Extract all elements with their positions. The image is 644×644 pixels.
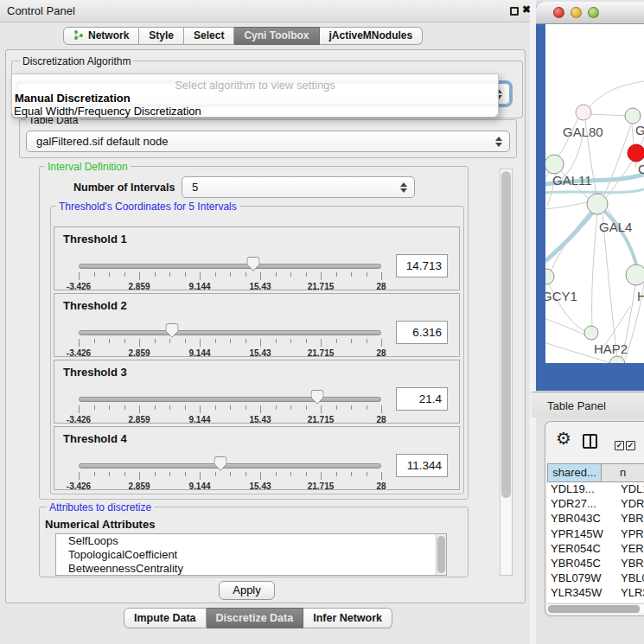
checkbox-icon[interactable]: ✓ xyxy=(615,441,624,450)
cell-name[interactable]: YPR1 xyxy=(613,527,644,542)
panel-vertical-scrollbar[interactable] xyxy=(500,169,513,576)
scrollbar-thumb[interactable] xyxy=(501,171,511,498)
numerical-attributes-list[interactable]: SelfLoopsTopologicalCoefficientBetweenne… xyxy=(55,533,447,576)
slider-track[interactable] xyxy=(79,397,381,402)
table-horizontal-scrollbar[interactable] xyxy=(547,603,644,613)
cell-shared-name[interactable]: YDR27... xyxy=(547,497,613,512)
checkbox-icon[interactable]: ✓ xyxy=(626,441,635,450)
threshold-2-slider[interactable]: -3.4262.8599.14415.4321.71528 xyxy=(79,318,381,358)
network-node[interactable] xyxy=(587,194,608,214)
network-node[interactable] xyxy=(609,356,625,363)
table-row[interactable]: YDR27...YDR2 xyxy=(547,497,644,512)
tab-network[interactable]: Network xyxy=(63,27,139,45)
float-window-icon[interactable] xyxy=(510,7,519,16)
tab-cyni-toolbox[interactable]: Cyni Toolbox xyxy=(234,27,319,45)
table-row[interactable]: YER054CYER0 xyxy=(547,542,644,557)
network-node[interactable] xyxy=(576,105,591,120)
cell-name[interactable]: YLR3 xyxy=(613,586,644,601)
network-node[interactable] xyxy=(584,326,598,340)
table-row[interactable]: YPR145WYPR1 xyxy=(547,527,644,542)
threshold-4-value-field[interactable]: 11.344 xyxy=(396,454,448,477)
attribute-list-item[interactable]: SelfLoops xyxy=(56,534,446,548)
cell-shared-name[interactable]: YBL079W xyxy=(547,571,613,586)
network-canvas[interactable]: GAL80GCGAL11GAL4GCY1HHAP2 xyxy=(545,24,644,363)
table-row[interactable]: YIL052CYIL0 xyxy=(547,602,644,603)
number-of-intervals-combobox[interactable]: 5 xyxy=(182,176,415,198)
slider-thumb[interactable] xyxy=(311,390,324,407)
network-edge xyxy=(545,202,587,209)
slider-tick xyxy=(200,339,201,347)
network-node[interactable] xyxy=(625,108,641,124)
panel-splitter[interactable] xyxy=(530,0,536,644)
slider-ticks xyxy=(79,339,381,348)
cell-name[interactable]: YDL1 xyxy=(613,482,644,497)
tab-impute-data-label: Impute Data xyxy=(134,612,196,624)
threshold-4-slider[interactable]: -3.4262.8599.14415.4321.71528 xyxy=(79,451,381,491)
cell-shared-name[interactable]: YPR145W xyxy=(547,527,613,542)
tab-discretize-data[interactable]: Discretize Data xyxy=(207,608,304,628)
slider-tick xyxy=(169,405,170,410)
network-node[interactable] xyxy=(626,265,644,285)
network-node[interactable] xyxy=(628,144,644,162)
popup-option-equal-width-frequency[interactable]: Equal Width/Frequency Discretization xyxy=(14,105,201,118)
column-header-shared-name[interactable]: shared... xyxy=(547,463,602,482)
slider-tick xyxy=(351,472,352,476)
zoom-traffic-light-icon[interactable] xyxy=(588,7,599,18)
minimize-traffic-light-icon[interactable] xyxy=(571,7,582,18)
threshold-2-value-field[interactable]: 6.316 xyxy=(396,321,448,344)
slider-track[interactable] xyxy=(79,463,381,469)
threshold-1-slider[interactable]: -3.4262.8599.14415.4321.71528 xyxy=(79,252,381,291)
threshold-3-value-field[interactable]: 21.4 xyxy=(396,387,448,411)
table-row[interactable]: YBL079WYBL0 xyxy=(547,571,644,586)
slider-thumb[interactable] xyxy=(166,323,179,341)
column-layout-icon[interactable] xyxy=(583,434,597,449)
table-row[interactable]: YDL19...YDL1 xyxy=(547,482,644,497)
cell-shared-name[interactable]: YLR345W xyxy=(547,586,613,601)
cell-name[interactable]: YBL0 xyxy=(613,571,644,586)
slider-tick xyxy=(94,339,95,343)
gear-icon[interactable]: ⚙ xyxy=(556,429,571,448)
column-header-name[interactable]: n xyxy=(602,463,644,482)
cell-shared-name[interactable]: YER054C xyxy=(547,542,613,557)
tab-style[interactable]: Style xyxy=(139,27,184,45)
network-graph: GAL80GCGAL11GAL4GCY1HHAP2 xyxy=(545,24,644,363)
table-row[interactable]: YLR345WYLR3 xyxy=(547,586,644,601)
cell-shared-name[interactable]: YBR043C xyxy=(547,512,613,526)
threshold-3-slider[interactable]: -3.4262.8599.14415.4321.71528 xyxy=(79,385,381,424)
apply-button[interactable]: Apply xyxy=(219,581,275,600)
table-data-combobox[interactable]: galFiltered.sif default node xyxy=(26,131,510,152)
cell-name[interactable]: YDR2 xyxy=(613,497,644,512)
cell-name[interactable]: YER0 xyxy=(613,542,644,557)
tab-jactivemnodules[interactable]: jActiveMNodules xyxy=(320,27,424,45)
cell-name[interactable]: YIL0 xyxy=(613,602,644,603)
tab-impute-data[interactable]: Impute Data xyxy=(124,608,207,628)
scrollbar-thumb[interactable] xyxy=(437,536,445,573)
close-traffic-light-icon[interactable] xyxy=(553,7,564,18)
cell-shared-name[interactable]: YBR045C xyxy=(547,557,613,571)
slider-tick xyxy=(124,272,125,277)
slider-thumb[interactable] xyxy=(247,257,260,274)
cell-shared-name[interactable]: YIL052C xyxy=(547,602,613,603)
attribute-list-item[interactable]: BetweennessCentrality xyxy=(56,562,446,576)
slider-track[interactable] xyxy=(79,330,381,335)
attributes-list-scrollbar[interactable] xyxy=(436,534,446,575)
network-node[interactable] xyxy=(545,155,564,174)
attribute-list-item[interactable]: TopologicalCoefficient xyxy=(56,548,446,562)
table-body[interactable]: YDL19...YDL1YDR27...YDR2YBR043CYBR0YPR14… xyxy=(547,482,644,603)
combo-stepper-icon xyxy=(494,136,502,148)
cell-shared-name[interactable]: YDL19... xyxy=(547,482,613,497)
tab-select[interactable]: Select xyxy=(184,27,234,45)
scrollbar-thumb[interactable] xyxy=(548,605,640,613)
network-node[interactable] xyxy=(545,269,554,284)
table-data-combobox-value: galFiltered.sif default node xyxy=(36,135,168,148)
table-row[interactable]: YBR043CYBR0 xyxy=(547,512,644,526)
slider-thumb[interactable] xyxy=(214,456,227,474)
popup-option-manual-discretization[interactable]: Manual Discretization xyxy=(15,92,131,105)
cell-name[interactable]: YBR0 xyxy=(613,557,644,571)
threshold-1-value-field[interactable]: 14.713 xyxy=(396,254,448,277)
tab-infer-network[interactable]: Infer Network xyxy=(303,608,392,628)
table-row[interactable]: YBR045CYBR0 xyxy=(547,557,644,571)
node-table[interactable]: shared... n YDL19...YDL1YDR27...YDR2YBR0… xyxy=(547,463,644,603)
slider-track[interactable] xyxy=(79,264,381,269)
cell-name[interactable]: YBR0 xyxy=(613,512,644,526)
